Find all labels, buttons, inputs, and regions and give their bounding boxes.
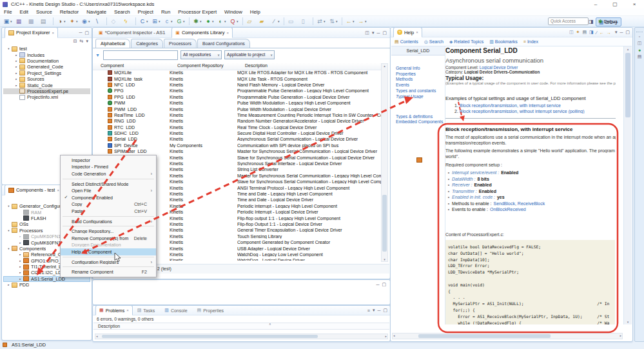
- expand-arrow-icon[interactable]: ▾: [6, 229, 12, 232]
- toolbar-icon[interactable]: c▾: [163, 17, 174, 26]
- fast-view-icon[interactable]: ▤: [636, 54, 643, 59]
- toolbar-icon[interactable]: G▾: [175, 17, 186, 26]
- tree-item[interactable]: ▸ Static_Code: [3, 82, 90, 88]
- window-control-button[interactable]: –: [586, 1, 605, 7]
- scroll-right-icon[interactable]: ▸: [385, 334, 387, 338]
- expand-arrow-icon[interactable]: ▸: [14, 84, 19, 87]
- close-icon[interactable]: ×: [57, 188, 59, 192]
- menu-item[interactable]: Paste Ctrl+V: [61, 208, 156, 215]
- scrollbar-thumb[interactable]: [102, 335, 318, 338]
- help-sidebar-title[interactable]: Serial_LDD: [391, 46, 445, 55]
- toolbar-icon[interactable]: ▱: [246, 17, 257, 26]
- quick-access-input[interactable]: Quick Access: [548, 17, 589, 25]
- toolbar-icon[interactable]: ∖: [93, 17, 104, 26]
- menu-item[interactable]: Copy Ctrl+C: [61, 201, 156, 208]
- menu-item[interactable]: Doxygen Documentation: [61, 242, 156, 249]
- library-subtab[interactable]: Alphabetical: [95, 39, 130, 48]
- toolbar-icon[interactable]: ▯: [299, 17, 310, 26]
- menu-item[interactable]: Help: [246, 9, 264, 15]
- menu-item[interactable]: Navigate: [83, 9, 110, 15]
- view-toolbar-icon[interactable]: ─: [377, 308, 380, 313]
- minimize-icon[interactable]: ─: [620, 30, 623, 35]
- menu-item[interactable]: Remove Component(s) from Project Delete: [61, 235, 156, 242]
- view-toolbar-icon[interactable]: ▢: [383, 308, 387, 313]
- help-sidebar-link[interactable]: Properties: [391, 70, 445, 76]
- expand-arrow-icon[interactable]: ▾: [6, 247, 12, 250]
- window-control-button[interactable]: ▢: [605, 1, 625, 7]
- toolbar-icon[interactable]: ⊞▾: [151, 17, 162, 26]
- library-subtab[interactable]: Categories: [131, 39, 163, 48]
- table-row[interactable]: SPIMaster_LDD Kinetis Master for Synchro…: [93, 148, 382, 154]
- menu-item[interactable]: [63, 179, 154, 179]
- toolbar-icon[interactable]: [284, 17, 284, 25]
- tab-help[interactable]: ? Help ×: [393, 27, 422, 37]
- close-icon[interactable]: ×: [126, 308, 129, 312]
- help-sidebar-link[interactable]: Methods: [391, 76, 445, 82]
- table-row[interactable]: PPG_LDD Kinetis Programmable Pulse Gener…: [93, 94, 382, 100]
- fast-view-icon[interactable]: ◫: [636, 41, 643, 46]
- scrollbar-thumb[interactable]: [418, 334, 551, 338]
- view-tab[interactable]: ▨ Tasks: [134, 306, 161, 315]
- menu-item[interactable]: Refactor: [56, 9, 83, 15]
- expand-arrow-icon[interactable]: ▾: [6, 204, 12, 208]
- tree-item[interactable]: ProjectInfo.xml: [3, 94, 90, 100]
- toolbar-icon[interactable]: ▤: [39, 17, 50, 26]
- menu-item[interactable]: File: [0, 9, 16, 15]
- view-toolbar-icon[interactable]: ▾: [86, 39, 88, 44]
- menu-item[interactable]: Window: [220, 9, 246, 15]
- tree-item[interactable]: ▸ Documentation: [3, 58, 90, 64]
- menu-item[interactable]: Processor Expert: [174, 9, 220, 15]
- table-row[interactable]: RealTime_LDD Kinetis Time Measurement Co…: [93, 112, 382, 118]
- tab-project-explorer[interactable]: Project Explorer ×: [5, 27, 58, 38]
- menu-item[interactable]: Source: [32, 9, 56, 15]
- tree-item[interactable]: ProcessorExpert.pe: [3, 88, 90, 94]
- toolbar-icon[interactable]: ▣▾: [3, 17, 14, 26]
- table-row[interactable]: PWM_LDD Kinetis Pulse Width Modulation -…: [93, 106, 382, 112]
- view-menu-icon[interactable]: ◫: [365, 30, 369, 35]
- expand-arrow-icon[interactable]: ▸: [6, 283, 12, 286]
- toolbar-icon[interactable]: C▾: [139, 17, 150, 26]
- view-tab[interactable]: ▦ Problems ×: [95, 305, 133, 315]
- menu-item[interactable]: [63, 266, 154, 267]
- help-nav-link[interactable]: ≡ Index: [523, 39, 538, 44]
- help-horizontal-scrollbar[interactable]: ◂ ▸: [392, 333, 623, 339]
- help-sidebar-link[interactable]: Types & definitions: [391, 113, 445, 119]
- perspective-button[interactable]: ✱Debug: [596, 17, 620, 25]
- table-row[interactable]: SDHC_LDD Kinetis Secure Digital Host Con…: [93, 130, 382, 136]
- fast-view-icon[interactable]: ▫: [636, 34, 643, 39]
- table-vertical-scrollbar[interactable]: ▴ ▾: [381, 63, 388, 262]
- column-description[interactable]: Description: [245, 63, 382, 70]
- tree-item[interactable]: ▾ test: [3, 46, 90, 52]
- expand-arrow-icon[interactable]: ▸: [17, 235, 23, 238]
- close-icon[interactable]: ×: [416, 30, 418, 34]
- view-toolbar-icon[interactable]: ⊟: [73, 39, 77, 44]
- menu-item[interactable]: ✓ Component Enabled: [61, 194, 156, 201]
- menu-item[interactable]: Build Configurations ›: [61, 218, 156, 225]
- expand-arrow-icon[interactable]: ▸: [17, 253, 23, 256]
- help-toolbar-icon[interactable]: ←: [600, 30, 604, 35]
- toolbar-icon[interactable]: Q▾: [229, 17, 240, 26]
- menu-item[interactable]: Change Repository...: [61, 228, 156, 235]
- toolbar-icon[interactable]: ⇄▾: [316, 17, 327, 26]
- minimize-icon[interactable]: ─: [376, 283, 379, 287]
- menu-item[interactable]: Rename Component F2: [61, 268, 156, 275]
- dropdown-icon[interactable]: ▾: [372, 30, 375, 35]
- toolbar-icon[interactable]: ▰: [258, 17, 269, 26]
- toolbar-icon[interactable]: ◐▾: [217, 17, 228, 26]
- editor-tab[interactable]: ▣ *Component Inspector - AS1: [95, 28, 170, 37]
- scroll-left-icon[interactable]: ◂: [96, 334, 98, 338]
- toolbar-icon[interactable]: ←▾: [345, 17, 356, 26]
- toolbar-icon[interactable]: ⇅▾: [328, 17, 339, 26]
- help-sidebar-link[interactable]: Typical Usage: [391, 93, 445, 99]
- toolbar-icon[interactable]: ●▾: [204, 17, 215, 26]
- toolbar-icon[interactable]: [342, 17, 342, 25]
- help-sidebar-link[interactable]: Types and constants: [391, 87, 445, 93]
- menu-item[interactable]: Inspector: [61, 157, 156, 164]
- maximize-icon[interactable]: ▢: [84, 30, 89, 35]
- expand-arrow-icon[interactable]: ▸: [17, 259, 23, 263]
- toolbar-icon[interactable]: ◇: [110, 17, 121, 26]
- menu-item[interactable]: Open File ›: [61, 187, 156, 194]
- table-row[interactable]: MQXLite_task Kinetis MQX Lite Task - RTO…: [93, 75, 382, 81]
- component-filter-input[interactable]: [103, 50, 178, 60]
- toolbar-icon[interactable]: [106, 17, 107, 25]
